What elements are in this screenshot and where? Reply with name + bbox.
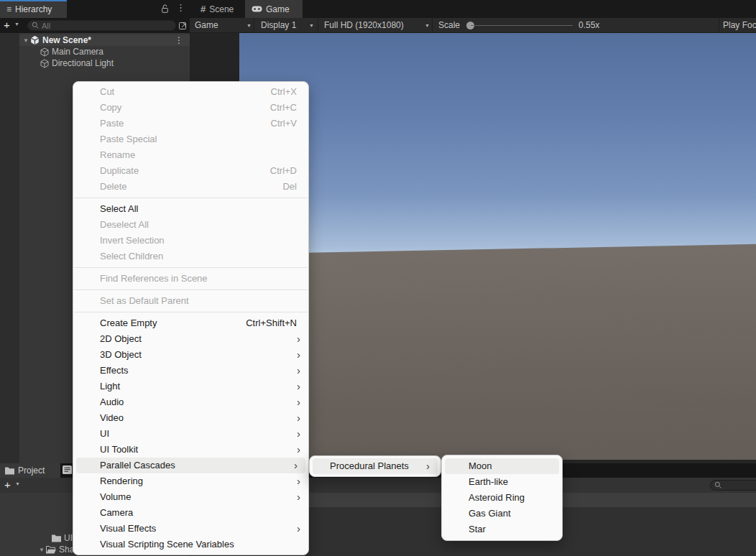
menu-item-label: Rendering [100, 473, 143, 489]
submenu-arrow-icon: › [297, 379, 300, 394]
dropdown-caret-icon[interactable]: ▼ [425, 18, 430, 33]
search-input[interactable] [42, 22, 172, 30]
menu-item-duplicate[interactable]: DuplicateCtrl+D [73, 163, 308, 179]
menu-item-label: Select Children [100, 249, 163, 264]
hierarchy-item-label: Directional Light [52, 58, 114, 68]
menu-item-paste[interactable]: PasteCtrl+V [73, 116, 308, 131]
expander-icon[interactable]: ▼ [22, 37, 30, 44]
menu-separator [74, 289, 308, 290]
scene-tab-label: Scene [209, 4, 234, 14]
menu-item-set-as-default-parent[interactable]: Set as Default Parent [73, 293, 308, 309]
folder-label: UI [64, 533, 73, 543]
create-dropdown-caret-icon[interactable]: ▼ [14, 22, 19, 27]
menu-item-video[interactable]: Video› [73, 410, 308, 426]
menu-item-visual-effects[interactable]: Visual Effects› [73, 521, 308, 537]
menu-separator [74, 267, 308, 268]
dropdown-caret-icon[interactable]: ▼ [309, 18, 314, 33]
tab-game[interactable]: Game [245, 0, 303, 18]
menu-item-2d-object[interactable]: 2D Object› [73, 331, 308, 347]
resolution-dropdown[interactable]: Full HD (1920x1080) [324, 18, 404, 33]
menu-item-gas-giant[interactable]: Gas Giant [442, 506, 562, 522]
hierarchy-left-gutter [0, 33, 19, 463]
panel-menu-icon[interactable]: ⋮ [176, 2, 185, 13]
create-object-button[interactable]: + [4, 19, 10, 31]
menu-item-asteroid-ring[interactable]: Asteroid Ring [442, 490, 562, 506]
folder-icon [52, 534, 61, 542]
display-dropdown[interactable]: Display 1 [261, 18, 296, 33]
menu-item-procedural-planets[interactable]: Procedural Planets› [313, 458, 438, 474]
create-asset-button[interactable]: + [4, 478, 11, 491]
menu-item-audio[interactable]: Audio› [73, 394, 308, 410]
rendered-sky [239, 33, 756, 460]
menu-item-label: Effects [100, 363, 129, 379]
submenu-arrow-icon: › [297, 394, 300, 409]
toolbar-separator [318, 18, 318, 33]
menu-item-moon[interactable]: Moon [445, 458, 559, 474]
menu-item-ui[interactable]: UI› [73, 426, 308, 442]
hierarchy-item-label: Main Camera [52, 47, 103, 57]
menu-item-rename[interactable]: Rename [73, 147, 308, 163]
menu-item-select-children[interactable]: Select Children [73, 249, 308, 264]
console-tab-icon[interactable] [63, 465, 72, 474]
folder-row-ui[interactable]: UI [52, 532, 73, 544]
menu-item-label: Procedural Planets [330, 458, 409, 474]
menu-item-find-references-in-scene[interactable]: Find References in Scene [73, 271, 308, 287]
menu-item-label: Select All [100, 201, 138, 217]
project-tab-label: Project [18, 465, 45, 476]
menu-item-deselect-all[interactable]: Deselect All [73, 217, 308, 233]
menu-item-label: Deselect All [100, 217, 149, 233]
menu-item-label: Visual Effects [100, 521, 156, 537]
gameobject-cube-icon [40, 47, 49, 57]
menu-item-label: Cut [100, 84, 114, 100]
menu-item-copy[interactable]: CopyCtrl+C [73, 100, 308, 116]
pick-window-icon[interactable] [178, 21, 188, 30]
hierarchy-search-field[interactable] [27, 20, 176, 31]
submenu-arrow-icon: › [294, 458, 298, 473]
hierarchy-toolbar: + ▼ [0, 18, 190, 33]
menu-item-ui-toolkit[interactable]: UI Toolkit› [73, 442, 308, 458]
play-focused-dropdown[interactable]: Play Foc [723, 18, 756, 33]
menu-item-light[interactable]: Light› [73, 379, 308, 394]
tab-project[interactable]: Project [0, 463, 60, 478]
tab-hierarchy[interactable]: ≡ Hierarchy [0, 0, 67, 18]
menu-item-select-all[interactable]: Select All [73, 201, 308, 217]
lock-icon[interactable] [161, 4, 169, 14]
hierarchy-item-main-camera[interactable]: Main Camera [19, 46, 190, 57]
project-search-field[interactable] [710, 480, 756, 491]
hierarchy-scene-row[interactable]: ▼ New Scene* ⋮ [19, 34, 190, 46]
menu-item-camera[interactable]: Camera [73, 505, 308, 521]
menu-item-visual-scripting-scene-variables[interactable]: Visual Scripting Scene Variables [73, 537, 308, 552]
scene-options-icon[interactable]: ⋮ [175, 35, 183, 45]
menu-item-volume[interactable]: Volume› [73, 489, 308, 505]
hierarchy-item-directional-light[interactable]: Directional Light [19, 57, 190, 69]
menu-item-cut[interactable]: CutCtrl+X [73, 84, 308, 100]
scale-slider-track[interactable] [471, 25, 573, 26]
menu-item-invert-selection[interactable]: Invert Selection [73, 233, 308, 249]
menu-item-rendering[interactable]: Rendering› [73, 473, 308, 489]
menu-item-label: Camera [100, 505, 133, 521]
view-mode-dropdown[interactable]: Game [195, 18, 218, 33]
menu-item-delete[interactable]: DeleteDel [73, 179, 308, 195]
menu-item-paste-special[interactable]: Paste Special [73, 131, 308, 147]
menu-item-star[interactable]: Star [442, 522, 562, 537]
menu-item-effects[interactable]: Effects› [73, 363, 308, 379]
menu-separator [74, 198, 308, 198]
menu-item-create-empty[interactable]: Create EmptyCtrl+Shift+N [73, 315, 308, 331]
menu-item-earth-like[interactable]: Earth-like [442, 474, 562, 490]
dropdown-caret-icon[interactable]: ▼ [246, 18, 252, 33]
game-tab-label: Game [266, 4, 290, 14]
menu-item-parallel-cascades[interactable]: Parallel Cascades› [76, 458, 305, 473]
expander-icon[interactable]: ▼ [37, 547, 46, 553]
tab-scene[interactable]: # Scene [194, 0, 240, 18]
menu-item-3d-object[interactable]: 3D Object› [73, 347, 308, 363]
unity-editor-window: ≡ Hierarchy ⋮ # Scene Game + ▼ [0, 0, 756, 556]
menu-item-label: 2D Object [100, 331, 142, 347]
menu-item-label: Gas Giant [469, 506, 511, 522]
submenu-arrow-icon: › [297, 410, 300, 425]
menu-item-label: Find References in Scene [100, 271, 208, 287]
open-folder-icon [46, 546, 56, 554]
menu-item-shortcut: Del [282, 179, 297, 195]
submenu-arrow-icon: › [297, 489, 300, 504]
menu-item-label: Duplicate [100, 163, 139, 179]
create-dropdown-caret-icon[interactable]: ▼ [15, 481, 20, 486]
